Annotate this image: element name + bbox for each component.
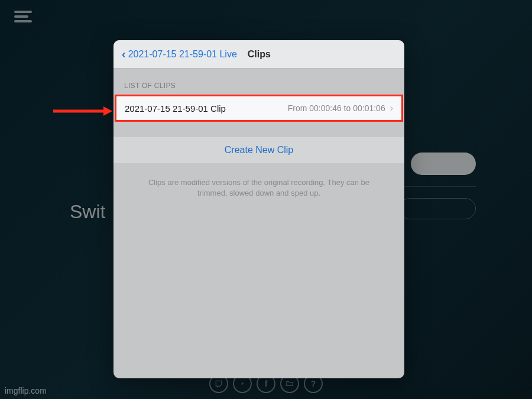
list-section-label: LIST OF CLIPS xyxy=(113,69,404,95)
modal-header: ‹ 2021-07-15 21-59-01 Live Clips xyxy=(113,40,404,69)
chevron-left-icon: ‹ xyxy=(122,47,126,61)
back-label: 2021-07-15 21-59-01 Live xyxy=(128,49,237,60)
clips-help-text: Clips are modified versions of the origi… xyxy=(113,177,404,199)
clip-time-range: From 00:00:46 to 00:01:06 xyxy=(288,103,385,113)
create-new-clip-button[interactable]: Create New Clip xyxy=(113,137,404,163)
clips-modal: ‹ 2021-07-15 21-59-01 Live Clips LIST OF… xyxy=(113,40,404,378)
modal-title: Clips xyxy=(248,49,271,60)
clip-row[interactable]: 2021-07-15 21-59-01 Clip From 00:00:46 t… xyxy=(115,95,403,122)
back-button[interactable]: ‹ 2021-07-15 21-59-01 Live xyxy=(122,47,237,61)
clip-title: 2021-07-15 21-59-01 Clip xyxy=(125,103,226,113)
chevron-right-icon: › xyxy=(390,103,393,113)
